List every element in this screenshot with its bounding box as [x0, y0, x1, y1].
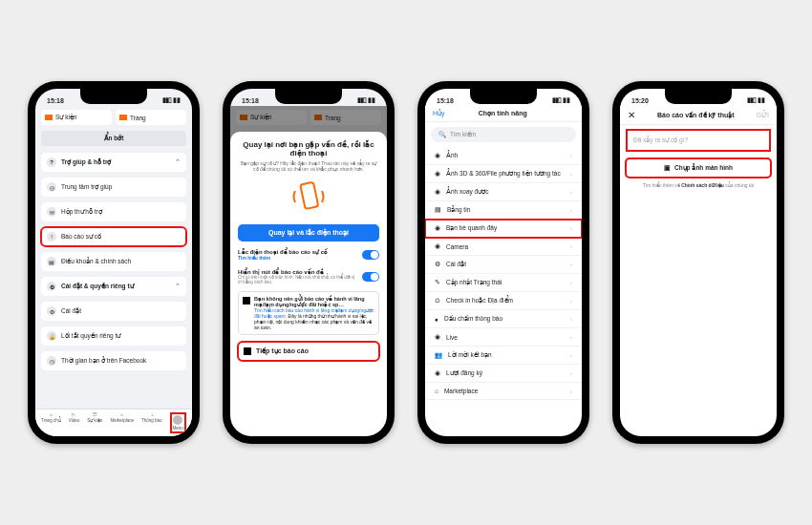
warning-icon: ! [47, 232, 56, 242]
feature-item[interactable]: 👥Lời mời kết bạn› [425, 346, 582, 365]
svg-rect-0 [300, 182, 318, 209]
policy-text: Tìm hiểu thêm về Chính sách dữ liệu của … [626, 182, 771, 188]
section-settings[interactable]: ⚙Cài đặt & quyền riêng tư⌃ [41, 277, 186, 296]
feature-item[interactable]: ◉Ảnh 3D & 360/File phương tiện tương tác… [425, 165, 582, 183]
go-back-shake-button[interactable]: Quay lại và lắc điện thoại [238, 224, 379, 242]
cancel-button[interactable]: Hủy [433, 110, 445, 117]
document-icon: ▤ [47, 257, 56, 266]
clock-icon: ◷ [47, 356, 56, 366]
nav-market[interactable]: ⌂Marketplace [110, 412, 134, 433]
tab-pages[interactable]: Trang [116, 110, 186, 125]
search-icon: 🔍 [438, 131, 446, 138]
feature-icon: ◉ [435, 242, 440, 250]
feature-icon: 👥 [435, 351, 442, 359]
feature-icon: ⌂ [435, 388, 438, 394]
feature-icon: ◉ [435, 369, 440, 377]
feature-item[interactable]: ●Dấu chấm thông báo› [425, 310, 582, 328]
collapse-button[interactable]: Ẩn bớt [41, 131, 186, 146]
close-button[interactable]: ✕ [628, 110, 635, 120]
avatar-icon [173, 415, 182, 425]
feature-item[interactable]: ▤Bảng tin› [425, 201, 582, 220]
phone-3: 15:18 Hủy Chọn tính năng 🔍Tìm kiếm ◉Ảnh›… [417, 81, 589, 444]
feature-icon: ◉ [435, 152, 440, 159]
feature-item[interactable]: ⚙Cài đặt› [425, 256, 582, 274]
marketplace-icon: ⌂ [120, 412, 123, 417]
feature-icon: ◉ [435, 170, 440, 178]
tab-events[interactable]: Sự kiện [41, 110, 112, 125]
terms[interactable]: ▤Điều khoản & chính sách [41, 252, 186, 271]
feature-item[interactable]: ◉Camera› [425, 238, 582, 256]
feature-icon: ▤ [435, 206, 441, 214]
shake-illustration [238, 176, 379, 218]
video-icon: ▷ [72, 412, 75, 417]
feature-item[interactable]: ◉Ảnh xoay được› [425, 183, 582, 201]
help-icon: ? [47, 158, 56, 167]
screenshot-button[interactable]: ▣Chụp ảnh màn hình [626, 158, 771, 178]
feature-icon: ⊙ [435, 297, 440, 304]
info-icon [243, 297, 250, 304]
gear-icon: ⚙ [47, 306, 56, 316]
support-inbox[interactable]: ✉Hộp thư hỗ trợ [41, 202, 186, 221]
help-center[interactable]: ◎Trung tâm trợ giúp [41, 178, 186, 197]
nav-video[interactable]: ▷Video [69, 412, 79, 433]
feature-item[interactable]: ◉Ảnh› [425, 147, 582, 165]
feature-icon: ✎ [435, 279, 440, 286]
time-on-facebook[interactable]: ◷Thời gian bạn ở trên Facebook [41, 351, 186, 370]
continue-report-button[interactable]: Tiếp tục báo cáo [238, 342, 379, 361]
gear-icon: ⚙ [47, 282, 56, 291]
learn-more-link[interactable]: Tìm hiểu thêm [238, 255, 358, 261]
nav-home[interactable]: ⌂Trang chủ [41, 412, 61, 433]
settings[interactable]: ⚙Cài đặt [41, 302, 186, 321]
feature-icon: ◉ [435, 224, 440, 232]
send-button[interactable]: GỬI [757, 112, 769, 119]
feature-icon: ◉ [435, 333, 440, 341]
privacy-shortcuts[interactable]: 🔒Lối tắt quyền riêng tư [41, 326, 186, 346]
calendar-icon: ☷ [93, 412, 96, 417]
feature-icon: ⚙ [435, 261, 440, 268]
lock-icon: 🔒 [47, 331, 56, 341]
nav-events[interactable]: ☷Sự kiện [87, 412, 102, 433]
home-icon: ⌂ [50, 412, 53, 417]
feature-item[interactable]: ◉Lượt đăng ký› [425, 365, 582, 383]
feature-item[interactable]: ◉Bạn bè quanh đây› [425, 220, 582, 238]
bottom-nav: ⌂Trang chủ ▷Video ☷Sự kiện ⌂Marketplace … [35, 409, 192, 436]
phone-4: 15:20 ✕ Báo cáo vấn đề kỹ thuật GỬI Đã x… [612, 81, 784, 444]
feature-item[interactable]: ⊙Check in hoặc Địa điểm› [425, 292, 582, 310]
button-toggle[interactable] [362, 272, 379, 282]
section-help[interactable]: ?Trợ giúp & hỗ trợ⌃ [41, 153, 186, 172]
phone-1: 15:18 Sự kiện Trang Ẩn bớt ?Trợ giúp & h… [28, 81, 200, 444]
nav-menu[interactable]: Menu [170, 412, 186, 433]
nav-notif[interactable]: ♤Thông báo [141, 412, 162, 433]
page-title: Báo cáo vấn đề kỹ thuật [635, 112, 757, 119]
shake-sheet: Quay lại nơi bạn gặp vấn đề, rồi lắc điệ… [230, 132, 387, 436]
bell-icon: ♤ [150, 412, 154, 417]
feature-item[interactable]: ◉Live› [425, 328, 582, 346]
abuse-info: Bạn không nên gửi báo cáo về hành vi lăn… [238, 291, 379, 335]
report-problem[interactable]: !Báo cáo sự cố [41, 227, 186, 246]
sheet-subtitle: Bạn gặp sự cố ư? Hãy lắc điện thoại! Tha… [238, 160, 379, 172]
search-input[interactable]: 🔍Tìm kiếm [431, 127, 576, 142]
report-icon [244, 347, 251, 355]
feature-item[interactable]: ⌂Marketplace› [425, 383, 582, 400]
shake-toggle[interactable] [362, 250, 379, 260]
sheet-title: Quay lại nơi bạn gặp vấn đề, rồi lắc điệ… [238, 140, 379, 158]
policy-link[interactable]: Chính sách dữ liệu [681, 182, 724, 188]
phone-2: 15:18 Sự kiện Trang Quay lại nơi bạn gặp… [223, 81, 395, 444]
feature-icon: ● [435, 316, 438, 323]
page-title: Chọn tính năng [445, 110, 561, 117]
lifebuoy-icon: ◎ [47, 182, 56, 192]
issue-textarea[interactable]: Đã xảy ra sự cố gì? [628, 131, 769, 150]
camera-icon: ▣ [664, 164, 671, 172]
inbox-icon: ✉ [47, 207, 56, 217]
feature-icon: ◉ [435, 188, 440, 196]
feature-item[interactable]: ✎Cập nhật Trạng thái› [425, 274, 582, 292]
